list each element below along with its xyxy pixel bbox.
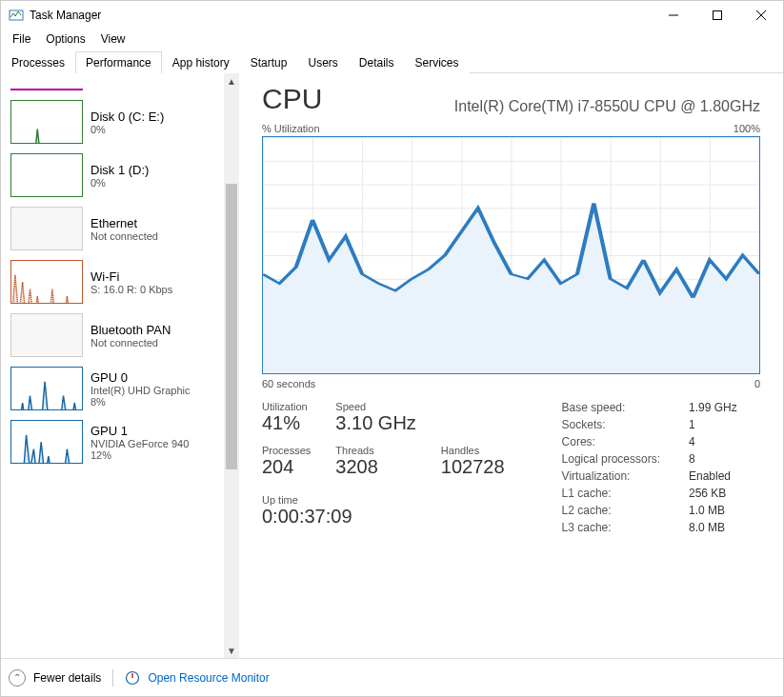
speed-label: Speed [335, 401, 415, 412]
sidebar-item-sub: NVIDIA GeForce 940 [90, 438, 189, 449]
resource-monitor-icon [125, 670, 140, 686]
detail-value: 1.0 MB [689, 504, 737, 517]
sidebar-item-purple-top[interactable] [9, 79, 218, 94]
maximize-button[interactable] [695, 1, 739, 30]
procs-value: 204 [262, 456, 311, 478]
sidebar-item-ethernet[interactable]: EthernetNot connected [9, 203, 218, 254]
sidebar-item-title: Disk 0 (C: E:) [90, 110, 164, 124]
chart-xleft: 60 seconds [262, 378, 315, 389]
handles-label: Handles [441, 445, 505, 456]
cpu-model: Intel(R) Core(TM) i7-8550U CPU @ 1.80GHz [454, 98, 760, 115]
util-label: Utilization [262, 401, 311, 412]
tab-services[interactable]: Services [405, 51, 470, 73]
sidebar-thumb [10, 207, 83, 250]
tab-startup[interactable]: Startup [240, 51, 298, 73]
tab-details[interactable]: Details [349, 51, 405, 73]
sidebar-item-sub: Not connected [90, 230, 158, 242]
sidebar-item-sub: S: 16.0 R: 0 Kbps [90, 284, 172, 295]
uptime-value: 0:00:37:09 [262, 506, 505, 528]
sidebar-item-wifi[interactable]: Wi-FiS: 16.0 R: 0 Kbps [9, 256, 218, 308]
detail-value: 1.99 GHz [689, 401, 737, 414]
footer: ⌃ Fewer details Open Resource Monitor [1, 658, 783, 696]
sidebar-scrollbar[interactable]: ▲ ▼ [224, 73, 239, 658]
scroll-track[interactable] [224, 89, 239, 643]
sidebar-item-gpu0[interactable]: GPU 0Intel(R) UHD Graphic8% [9, 363, 218, 414]
window-title: Task Manager [30, 9, 101, 22]
open-resource-monitor-link[interactable]: Open Resource Monitor [148, 671, 269, 685]
threads-label: Threads [335, 445, 415, 456]
threads-value: 3208 [335, 456, 415, 478]
sidebar-thumb [10, 100, 83, 144]
menubar: File Options View [1, 30, 783, 49]
page-title: CPU [262, 83, 322, 115]
menu-file[interactable]: File [5, 30, 38, 48]
chart-ymax: 100% [734, 123, 760, 134]
sidebar-thumb [10, 420, 83, 464]
menu-options[interactable]: Options [38, 30, 92, 48]
sidebar-item-title: Bluetooth PAN [90, 323, 171, 337]
scroll-thumb[interactable] [226, 184, 237, 469]
detail-label: Base speed: [562, 401, 660, 414]
main-panel: CPU Intel(R) Core(TM) i7-8550U CPU @ 1.8… [239, 73, 783, 658]
handles-value: 102728 [441, 456, 505, 478]
sidebar-item-title: GPU 1 [90, 424, 189, 438]
sidebar-thumb [10, 313, 83, 357]
app-icon [9, 8, 24, 23]
minimize-button[interactable] [652, 1, 695, 30]
sidebar-item-text: Wi-FiS: 16.0 R: 0 Kbps [90, 269, 172, 295]
sidebar-thumb [10, 367, 83, 410]
chart-xright: 0 [754, 378, 760, 389]
detail-value: 8.0 MB [689, 521, 737, 534]
sidebar-item-title: Ethernet [90, 216, 158, 230]
sidebar-thumb [10, 153, 83, 197]
sidebar-item-text: EthernetNot connected [90, 216, 158, 242]
sidebar-item-title: GPU 0 [90, 370, 191, 385]
util-value: 41% [262, 412, 311, 434]
detail-label: Cores: [562, 435, 660, 448]
sidebar-item-text: Disk 0 (C: E:)0% [90, 110, 164, 135]
detail-value: 256 KB [689, 487, 737, 500]
fewer-details-button[interactable]: Fewer details [33, 671, 101, 685]
sidebar-item-title: Wi-Fi [90, 269, 172, 284]
sidebar-item-sub: 0% [90, 124, 164, 135]
detail-label: L1 cache: [562, 487, 660, 500]
detail-value: 8 [689, 452, 737, 466]
detail-label: Virtualization: [562, 469, 660, 483]
sidebar-item-sub: Intel(R) UHD Graphic [90, 385, 191, 396]
scroll-down-icon[interactable]: ▼ [227, 643, 236, 658]
tab-app-history[interactable]: App history [162, 51, 240, 73]
sidebar-item-disk0[interactable]: Disk 0 (C: E:)0% [9, 96, 218, 148]
sidebar-item-gpu1[interactable]: GPU 1NVIDIA GeForce 94012% [9, 416, 218, 468]
sidebar-item-sub: Not connected [90, 337, 171, 348]
footer-divider [112, 669, 113, 687]
scroll-up-icon[interactable]: ▲ [227, 73, 236, 89]
tab-users[interactable]: Users [297, 51, 348, 73]
detail-label: Sockets: [562, 418, 660, 431]
tab-performance[interactable]: Performance [75, 51, 162, 73]
detail-value: 4 [689, 435, 737, 448]
sidebar-item-sub2: 12% [90, 449, 189, 461]
cpu-chart [262, 136, 760, 374]
detail-value: 1 [689, 418, 737, 431]
procs-label: Processes [262, 445, 311, 456]
uptime-label: Up time [262, 494, 505, 506]
sidebar-item-title: Disk 1 (D:) [90, 163, 149, 177]
sidebar-thumb [10, 83, 83, 90]
tab-processes[interactable]: Processes [1, 51, 75, 73]
close-button[interactable] [739, 1, 783, 30]
sidebar-item-disk1[interactable]: Disk 1 (D:)0% [9, 149, 218, 201]
sidebar-item-sub2: 8% [90, 396, 191, 408]
sidebar-list[interactable]: Disk 0 (C: E:)0%Disk 1 (D:)0%EthernetNot… [1, 73, 224, 658]
chart-ylabel: % Utilization [262, 123, 320, 134]
sidebar-item-sub: 0% [90, 177, 149, 189]
chevron-up-icon[interactable]: ⌃ [9, 669, 26, 687]
sidebar: Disk 0 (C: E:)0%Disk 1 (D:)0%EthernetNot… [1, 73, 239, 658]
menu-view[interactable]: View [93, 30, 133, 48]
detail-label: Logical processors: [562, 452, 660, 466]
detail-value: Enabled [689, 469, 737, 483]
detail-label: L2 cache: [562, 504, 660, 517]
sidebar-item-bluetooth[interactable]: Bluetooth PANNot connected [9, 309, 218, 361]
detail-label: L3 cache: [562, 521, 660, 534]
titlebar: Task Manager [1, 1, 783, 30]
cpu-details: Base speed:1.99 GHzSockets:1Cores:4Logic… [562, 401, 737, 534]
